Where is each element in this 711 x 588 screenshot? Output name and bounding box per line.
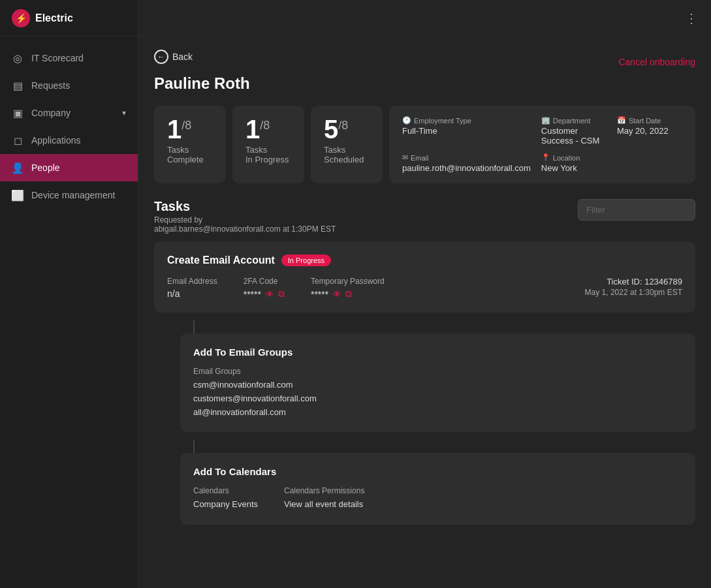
main-content: ⋮ ← Back Cancel onboarding Pauline Roth …	[138, 0, 711, 588]
eye-icon[interactable]: 👁	[332, 289, 341, 300]
it-scorecard-icon: ◎	[12, 52, 24, 64]
copy-icon[interactable]: ⧉	[278, 288, 285, 300]
connector-line	[193, 440, 195, 453]
back-circle-icon: ←	[154, 50, 168, 64]
employment-type-field: 🕐 Employment Type Full-Time	[402, 116, 531, 146]
company-icon: ▣	[12, 107, 24, 119]
start-date-field: 📅 Start Date May 20, 2022	[617, 116, 682, 146]
location-icon: 📍	[541, 153, 550, 162]
sub-task-title: Add To Email Groups	[193, 347, 682, 358]
sidebar-item-company[interactable]: ▣ Company ▾	[0, 99, 138, 127]
sub-task-card-email-groups: Add To Email Groups Email Groups csm@inn…	[180, 333, 695, 432]
calendars-permissions-field: Calendars Permissions View all event det…	[284, 486, 364, 512]
status-badge: In Progress	[281, 255, 331, 266]
sidebar-item-label: Requests	[31, 80, 70, 91]
page-title: Pauline Roth	[154, 74, 250, 93]
top-bar: ⋮	[138, 0, 711, 37]
stat-number: 1/8	[167, 116, 213, 142]
sub-task-card-calendars: Add To Calendars Calendars Company Event…	[180, 453, 695, 525]
email-address-field: Email Address n/a	[167, 277, 217, 299]
temp-password-field: Temporary Password ***** 👁 ⧉	[311, 277, 385, 300]
stats-row: 1/8 TasksComplete 1/8 TasksIn Progress 5…	[154, 106, 695, 183]
ticket-info: Ticket ID: 12346789 May 1, 2022 at 1:30p…	[585, 277, 682, 297]
stat-card-tasks-in-progress: 1/8 TasksIn Progress	[232, 106, 304, 183]
cancel-onboarding-button[interactable]: Cancel onboarding	[618, 57, 695, 67]
back-button[interactable]: ← Back	[154, 50, 193, 64]
sub-task-title: Add To Calendars	[193, 466, 682, 477]
sidebar-item-people[interactable]: 👤 People	[0, 154, 138, 181]
task-card-title: Create Email Account	[167, 255, 275, 266]
tasks-title-block: Tasks Requested by abigail.barnes@innova…	[154, 199, 336, 234]
calendar-icon: 📅	[617, 116, 626, 125]
sidebar-item-label: People	[31, 162, 60, 173]
requests-icon: ▤	[12, 80, 24, 91]
sidebar-logo: ⚡ Electric	[0, 0, 138, 37]
sidebar-item-label: IT Scorecard	[31, 53, 84, 63]
sidebar-item-label: Applications	[31, 135, 81, 146]
people-icon: 👤	[12, 162, 24, 174]
task-card-header: Create Email Account In Progress	[167, 255, 682, 266]
requested-by: Requested by abigail.barnes@innovationfo…	[154, 215, 336, 234]
stat-number: 5/8	[324, 116, 370, 142]
sidebar-item-device-management[interactable]: ⬜ Device management	[0, 181, 138, 209]
content-area: ← Back Cancel onboarding Pauline Roth 1/…	[138, 37, 711, 588]
sidebar-item-label: Device management	[31, 190, 115, 200]
logo-text: Electric	[35, 12, 73, 24]
calendars-field: Calendars Company Events	[193, 486, 258, 512]
email-groups-label: Email Groups	[193, 367, 682, 376]
copy-icon[interactable]: ⧉	[345, 288, 352, 300]
sidebar-item-applications[interactable]: ◻ Applications	[0, 127, 138, 154]
stat-number: 1/8	[245, 116, 291, 142]
email-icon: ✉	[402, 153, 408, 162]
clock-icon: 🕐	[402, 116, 411, 125]
page-header: Pauline Roth	[154, 74, 695, 93]
sidebar-item-label: Company	[31, 108, 71, 118]
sidebar: ⚡ Electric ◎ IT Scorecard ▤ Requests ▣ C…	[0, 0, 138, 588]
task-fields: Email Address n/a 2FA Code ***** 👁 ⧉ Tem…	[167, 277, 682, 300]
email-field: ✉ Email pauline.roth@innovationforall.co…	[402, 153, 531, 173]
department-field: 🏢 Department Customer Success - CSM	[541, 116, 607, 146]
building-icon: 🏢	[541, 116, 550, 125]
eye-icon[interactable]: 👁	[265, 289, 274, 300]
stat-label: TasksComplete	[167, 145, 213, 164]
stat-card-tasks-scheduled: 5/8 TasksScheduled	[311, 106, 383, 183]
person-info-card: 🕐 Employment Type Full-Time 🏢 Department…	[389, 106, 695, 183]
tasks-title: Tasks	[154, 199, 336, 214]
back-label: Back	[172, 52, 193, 62]
stat-label: TasksIn Progress	[245, 145, 291, 164]
location-field: 📍 Location New York	[541, 153, 607, 173]
tasks-section-header: Tasks Requested by abigail.barnes@innova…	[154, 199, 695, 234]
email-groups-values: csm@innovationforall.com customers@innov…	[193, 379, 682, 419]
more-options-icon[interactable]: ⋮	[685, 10, 698, 26]
stat-label: TasksScheduled	[324, 145, 370, 164]
chevron-down-icon: ▾	[122, 108, 126, 117]
logo-icon: ⚡	[12, 9, 30, 27]
device-management-icon: ⬜	[12, 189, 24, 201]
stat-card-tasks-complete: 1/8 TasksComplete	[154, 106, 226, 183]
task-card-create-email-account: Create Email Account In Progress Email A…	[154, 241, 695, 313]
sidebar-item-requests[interactable]: ▤ Requests	[0, 72, 138, 99]
filter-input[interactable]	[578, 199, 695, 221]
sidebar-item-it-scorecard[interactable]: ◎ IT Scorecard	[0, 44, 138, 72]
connector-line	[193, 320, 195, 333]
2fa-code-field: 2FA Code ***** 👁 ⧉	[244, 277, 285, 300]
sidebar-nav: ◎ IT Scorecard ▤ Requests ▣ Company ▾ ◻ …	[0, 37, 138, 588]
applications-icon: ◻	[12, 134, 24, 146]
